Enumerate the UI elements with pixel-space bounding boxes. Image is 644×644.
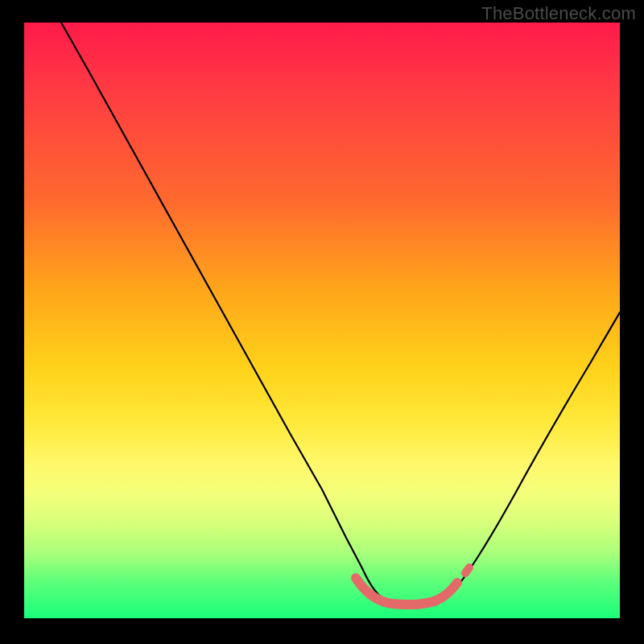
curve-left-branch: [61, 23, 427, 606]
optimal-range-marker-end: [465, 568, 469, 573]
optimal-range-marker: [356, 578, 457, 605]
curve-right-branch: [427, 312, 620, 605]
plot-gradient-area: [24, 23, 620, 618]
chart-frame: TheBottleneck.com: [0, 0, 644, 644]
watermark-text: TheBottleneck.com: [481, 3, 636, 24]
bottleneck-curve-svg: [24, 23, 620, 618]
